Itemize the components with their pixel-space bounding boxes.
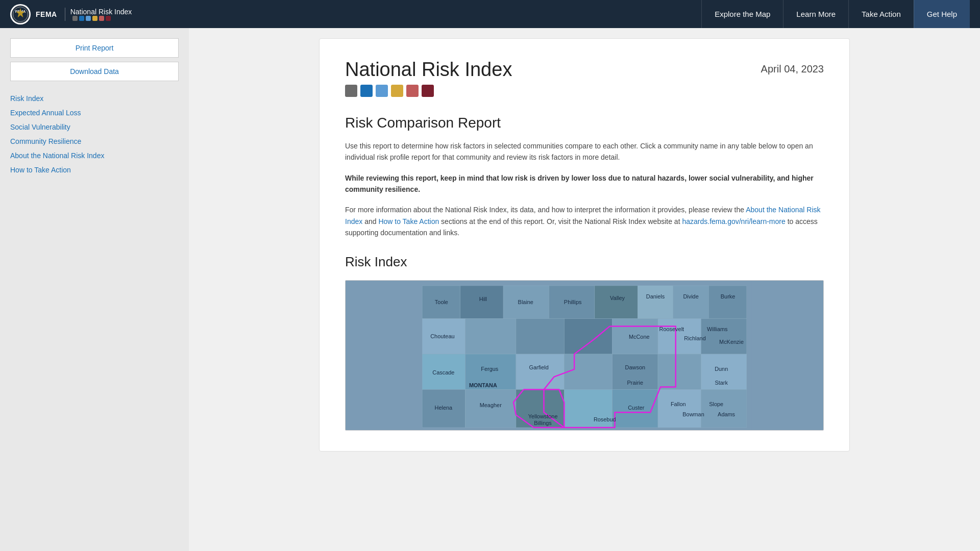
svg-text:Richland: Richland bbox=[684, 335, 705, 341]
svg-text:Billings: Billings bbox=[534, 420, 552, 426]
svg-text:Blaine: Blaine bbox=[518, 298, 533, 305]
map-container[interactable]: Toole Hill Blaine Phillips Valley Daniel… bbox=[345, 280, 824, 431]
svg-text:Daniels: Daniels bbox=[646, 293, 665, 299]
svg-text:Chouteau: Chouteau bbox=[430, 333, 454, 339]
main-content: National Risk Index April 04, 2023 Risk … bbox=[189, 28, 980, 551]
color-dot-2 bbox=[360, 85, 373, 97]
report-note: While reviewing this report, keep in min… bbox=[345, 172, 824, 195]
risk-map: Toole Hill Blaine Phillips Valley Daniel… bbox=[346, 281, 823, 430]
nav-explore[interactable]: Explore the Map bbox=[701, 0, 783, 28]
svg-rect-22 bbox=[516, 354, 564, 390]
svg-text:Custer: Custer bbox=[628, 405, 644, 411]
fema-seal: FEMA bbox=[10, 4, 31, 24]
svg-rect-10 bbox=[638, 285, 673, 318]
report-color-dots bbox=[345, 85, 512, 97]
svg-text:Meagher: Meagher bbox=[480, 402, 502, 408]
report-note-bold: While reviewing this report, keep in min… bbox=[345, 174, 814, 193]
svg-text:MONTANA: MONTANA bbox=[469, 382, 497, 388]
svg-rect-33 bbox=[701, 389, 746, 427]
risk-index-section-title: Risk Index bbox=[345, 254, 824, 270]
report-date: April 04, 2023 bbox=[761, 63, 824, 75]
brand-logo[interactable]: FEMA FEMA National Risk Index bbox=[10, 4, 132, 24]
svg-rect-15 bbox=[516, 318, 564, 354]
color-dot-3 bbox=[376, 85, 388, 97]
svg-rect-16 bbox=[564, 318, 612, 354]
svg-text:Bowman: Bowman bbox=[682, 411, 704, 417]
svg-text:Prairie: Prairie bbox=[627, 379, 644, 385]
main-nav: Explore the Map Learn More Take Action G… bbox=[701, 0, 970, 28]
page-wrapper: Print Report Download Data Risk Index Ex… bbox=[0, 28, 980, 551]
sidebar-item-cr[interactable]: Community Resilience bbox=[10, 134, 179, 148]
svg-text:Fergus: Fergus bbox=[481, 365, 498, 371]
navbar: FEMA FEMA National Risk Index Explore th… bbox=[0, 0, 980, 28]
brand-color-dots bbox=[72, 16, 132, 21]
sidebar-item-risk-index[interactable]: Risk Index bbox=[10, 91, 179, 106]
svg-rect-19 bbox=[701, 318, 746, 354]
svg-text:Toole: Toole bbox=[435, 298, 448, 305]
brand-nri-text: National Risk Index bbox=[65, 8, 132, 21]
svg-text:Rosebud: Rosebud bbox=[594, 416, 616, 422]
svg-text:Fallon: Fallon bbox=[671, 401, 686, 407]
nav-help[interactable]: Get Help bbox=[914, 0, 970, 28]
report-subtitle: Risk Comparison Report bbox=[345, 115, 824, 131]
report-more-info: For more information about the National … bbox=[345, 204, 824, 238]
svg-rect-14 bbox=[465, 318, 516, 354]
sidebar-item-svi[interactable]: Social Vulnerability bbox=[10, 120, 179, 134]
svg-text:Valley: Valley bbox=[610, 294, 625, 300]
svg-text:Dawson: Dawson bbox=[625, 364, 645, 370]
svg-text:McCone: McCone bbox=[629, 334, 650, 340]
svg-text:Slope: Slope bbox=[709, 401, 723, 407]
report-header: National Risk Index April 04, 2023 bbox=[345, 59, 824, 110]
color-dot-6 bbox=[422, 85, 434, 97]
svg-rect-23 bbox=[564, 354, 612, 390]
report-title-block: National Risk Index bbox=[345, 59, 512, 110]
svg-text:Divide: Divide bbox=[683, 293, 698, 299]
report-title: National Risk Index bbox=[345, 59, 512, 81]
svg-text:Cascade: Cascade bbox=[432, 369, 454, 375]
svg-rect-28 bbox=[465, 389, 516, 427]
svg-rect-11 bbox=[673, 285, 709, 318]
report-intro: Use this report to determine how risk fa… bbox=[345, 140, 824, 163]
svg-text:Roosevelt: Roosevelt bbox=[659, 326, 684, 332]
fema-website-link[interactable]: hazards.fema.gov/nri/learn-more bbox=[682, 217, 785, 226]
svg-text:Phillips: Phillips bbox=[564, 298, 582, 305]
sidebar: Print Report Download Data Risk Index Ex… bbox=[0, 28, 189, 551]
svg-text:Hill: Hill bbox=[479, 295, 487, 302]
svg-text:Garfield: Garfield bbox=[529, 364, 549, 370]
sidebar-item-about[interactable]: About the National Risk Index bbox=[10, 148, 179, 163]
sidebar-item-action[interactable]: How to Take Action bbox=[10, 163, 179, 177]
svg-rect-12 bbox=[708, 285, 746, 318]
how-to-action-link[interactable]: How to Take Action bbox=[378, 217, 439, 226]
svg-rect-9 bbox=[595, 285, 638, 318]
svg-text:McKenzie: McKenzie bbox=[719, 339, 744, 345]
download-data-button[interactable]: Download Data bbox=[10, 62, 179, 81]
svg-rect-6 bbox=[460, 285, 503, 318]
sidebar-item-eal[interactable]: Expected Annual Loss bbox=[10, 106, 179, 120]
color-dot-4 bbox=[391, 85, 403, 97]
print-report-button[interactable]: Print Report bbox=[10, 38, 179, 58]
svg-text:Helena: Helena bbox=[435, 405, 453, 411]
nav-learn[interactable]: Learn More bbox=[783, 0, 848, 28]
svg-text:Williams: Williams bbox=[707, 326, 728, 332]
svg-rect-25 bbox=[658, 354, 701, 390]
color-dot-5 bbox=[406, 85, 419, 97]
svg-text:Stark: Stark bbox=[715, 379, 728, 385]
nav-action[interactable]: Take Action bbox=[848, 0, 914, 28]
svg-text:Dunn: Dunn bbox=[715, 365, 728, 371]
svg-text:Adams: Adams bbox=[718, 411, 735, 417]
report-card: National Risk Index April 04, 2023 Risk … bbox=[319, 38, 850, 452]
sidebar-nav: Risk Index Expected Annual Loss Social V… bbox=[0, 91, 189, 177]
color-dot-1 bbox=[345, 85, 357, 97]
svg-text:Burke: Burke bbox=[721, 293, 736, 299]
brand-fema-text: FEMA bbox=[36, 10, 57, 18]
svg-rect-32 bbox=[658, 389, 701, 427]
svg-text:Yellowstone: Yellowstone bbox=[528, 413, 558, 419]
